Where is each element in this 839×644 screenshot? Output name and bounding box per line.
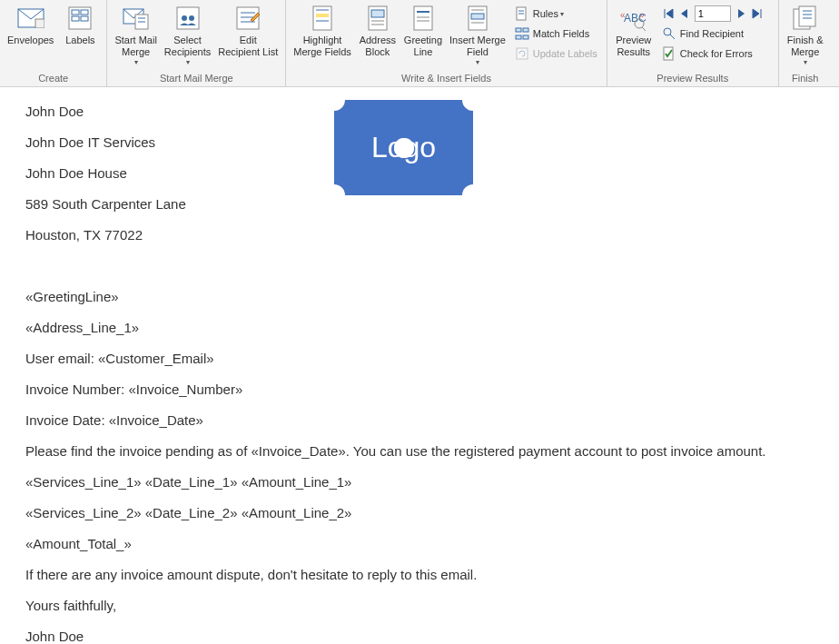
envelope-icon — [16, 4, 45, 33]
find-recipient-button[interactable]: Find Recipient — [658, 24, 773, 44]
select-recipients-button[interactable]: Select Recipients ▾ — [161, 2, 214, 68]
group-write-insert: Highlight Merge Fields Address Block Gre… — [286, 0, 607, 86]
rules-button[interactable]: Rules ▾ — [511, 4, 601, 24]
finish-merge-button[interactable]: Finish & Merge ▾ — [783, 2, 828, 68]
check-errors-icon — [662, 46, 676, 61]
svg-rect-41 — [517, 48, 528, 59]
svg-rect-40 — [523, 35, 528, 39]
find-recipient-icon — [662, 26, 676, 41]
chevron-down-icon: ▾ — [476, 58, 479, 66]
group-preview-label: Preview Results — [611, 71, 775, 86]
document-line[interactable]: Please find the invoice pending as of «I… — [25, 443, 814, 460]
prev-record-button[interactable] — [676, 5, 693, 22]
group-start-mail-merge: Start Mail Merge ▾ Select Recipients ▾ E… — [107, 0, 286, 86]
group-preview: «»ABC Preview Results — [607, 0, 779, 86]
document-line[interactable]: «Address_Line_1» — [25, 320, 814, 336]
insert-merge-field-icon — [463, 4, 492, 33]
group-create: Envelopes Labels Create — [0, 0, 107, 86]
document-line[interactable]: Invoice Date: «Invoice_Date» — [25, 412, 814, 429]
rules-icon — [515, 6, 529, 21]
svg-rect-38 — [523, 28, 528, 32]
address-block-button[interactable]: Address Block — [355, 2, 400, 60]
svg-rect-2 — [69, 7, 91, 29]
svg-rect-26 — [414, 6, 432, 30]
document-line[interactable]: «Services_Line_1» «Date_Line_1» «Amount_… — [25, 474, 814, 490]
group-start-mail-merge-label: Start Mail Merge — [111, 71, 281, 86]
highlight-icon — [308, 4, 337, 33]
highlight-merge-fields-button[interactable]: Highlight Merge Fields — [290, 2, 355, 60]
group-write-insert-label: Write & Insert Fields — [290, 71, 602, 86]
ribbon: Envelopes Labels Create Start Mail Merge… — [0, 0, 839, 87]
edit-recipient-list-button[interactable]: Edit Recipient List — [214, 2, 281, 60]
svg-point-47 — [664, 28, 671, 35]
document-line[interactable] — [25, 258, 814, 274]
chevron-down-icon: ▾ — [804, 58, 807, 66]
svg-rect-1 — [35, 19, 44, 28]
logo-text: Logo — [371, 131, 436, 164]
match-fields-icon — [515, 26, 529, 41]
svg-rect-11 — [177, 7, 199, 29]
greeting-line-button[interactable]: Greeting Line — [400, 2, 446, 60]
labels-button[interactable]: Labels — [57, 2, 103, 48]
document-line[interactable]: Houston, TX 77022 — [25, 227, 814, 243]
mail-merge-icon — [122, 4, 151, 33]
group-finish: Finish & Merge ▾ Finish — [779, 0, 832, 86]
svg-point-12 — [182, 15, 187, 21]
start-mail-merge-button[interactable]: Start Mail Merge ▾ — [111, 2, 160, 68]
svg-point-13 — [189, 15, 194, 21]
document-line[interactable]: «Services_Line_2» «Date_Line_2» «Amount_… — [25, 505, 814, 521]
document-line[interactable]: «GreetingLine» — [25, 289, 814, 305]
svg-line-48 — [670, 35, 675, 39]
chevron-down-icon: ▾ — [186, 58, 190, 66]
group-create-label: Create — [4, 71, 103, 86]
document-line[interactable]: 589 South Carpenter Lane — [25, 196, 814, 213]
svg-rect-19 — [316, 14, 329, 17]
check-for-errors-button[interactable]: Check for Errors — [658, 44, 773, 64]
select-recipients-icon — [173, 4, 202, 33]
logo-shape[interactable]: Logo — [334, 100, 473, 195]
greeting-line-icon — [409, 4, 438, 33]
preview-results-icon: «»ABC — [619, 4, 648, 33]
labels-icon — [65, 4, 94, 33]
svg-line-46 — [642, 27, 646, 31]
edit-recipient-icon — [233, 4, 262, 33]
insert-merge-field-button[interactable]: Insert Merge Field ▾ — [446, 2, 509, 68]
chevron-down-icon: ▾ — [560, 10, 564, 18]
finish-merge-icon — [791, 4, 820, 33]
svg-rect-39 — [516, 35, 521, 39]
svg-rect-51 — [799, 6, 815, 26]
document-line[interactable]: If there are any invoice amount dispute,… — [25, 567, 814, 583]
chevron-down-icon: ▾ — [134, 58, 138, 66]
record-number-input[interactable] — [695, 5, 731, 22]
document-line[interactable]: User email: «Customer_Email» — [25, 351, 814, 367]
address-block-icon — [363, 4, 392, 33]
document-line[interactable]: «Amount_Total_» — [25, 536, 814, 552]
first-record-button[interactable] — [660, 5, 676, 22]
svg-rect-37 — [516, 28, 521, 32]
preview-results-button[interactable]: «»ABC Preview Results — [611, 2, 656, 60]
document-line[interactable]: Yours faithfully, — [25, 598, 814, 614]
envelopes-button[interactable]: Envelopes — [4, 2, 57, 48]
svg-rect-23 — [371, 10, 384, 17]
document-body[interactable]: Logo John DoeJohn Doe IT ServicesJohn Do… — [0, 87, 839, 644]
document-line[interactable]: John Doe — [25, 629, 814, 644]
document-line[interactable]: Invoice Number: «Invoice_Number» — [25, 381, 814, 398]
last-record-button[interactable] — [749, 5, 765, 22]
update-labels-button: Update Labels — [511, 44, 601, 64]
update-labels-icon — [515, 46, 529, 61]
group-finish-label: Finish — [783, 71, 828, 86]
match-fields-button[interactable]: Match Fields — [511, 24, 601, 44]
next-record-button[interactable] — [733, 5, 749, 22]
svg-rect-31 — [471, 14, 484, 19]
